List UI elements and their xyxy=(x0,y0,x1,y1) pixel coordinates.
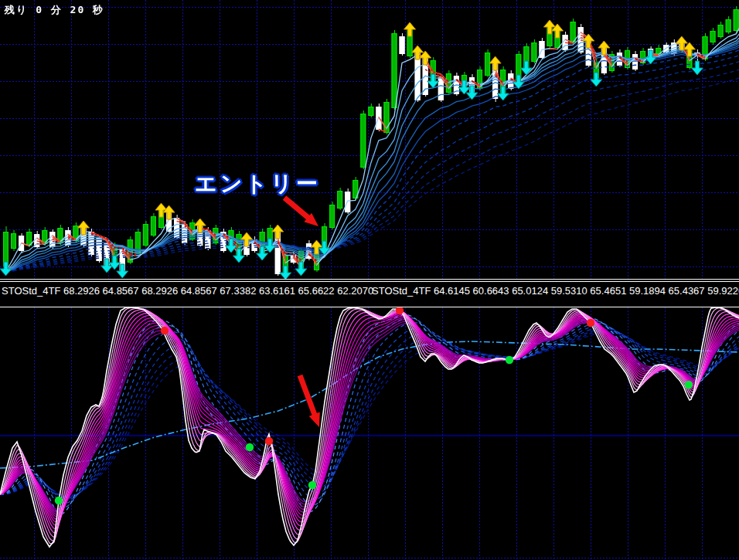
mt4-chart-window: 残り 0 分 20 秒 エントリー STOStd_4TF 68.2926 64.… xyxy=(0,0,739,560)
indicator-values-left: STOStd_4TF 68.2926 64.8567 68.2926 64.85… xyxy=(2,285,373,297)
separator-top-line[interactable] xyxy=(0,279,739,280)
separator-bottom-line xyxy=(0,307,739,307)
timer-countdown-label: 残り 0 分 20 秒 xyxy=(5,3,104,17)
price-chart-canvas[interactable] xyxy=(0,0,739,279)
indicator-separator[interactable]: STOStd_4TF 68.2926 64.8567 68.2926 64.85… xyxy=(0,279,739,307)
entry-annotation-label: エントリー xyxy=(195,169,321,199)
indicator-values-right: STOStd_4TF 64.6145 60.6643 65.0124 59.53… xyxy=(372,285,739,297)
separator-inner-line xyxy=(0,281,739,282)
stochastic-chart-canvas[interactable] xyxy=(0,307,739,560)
